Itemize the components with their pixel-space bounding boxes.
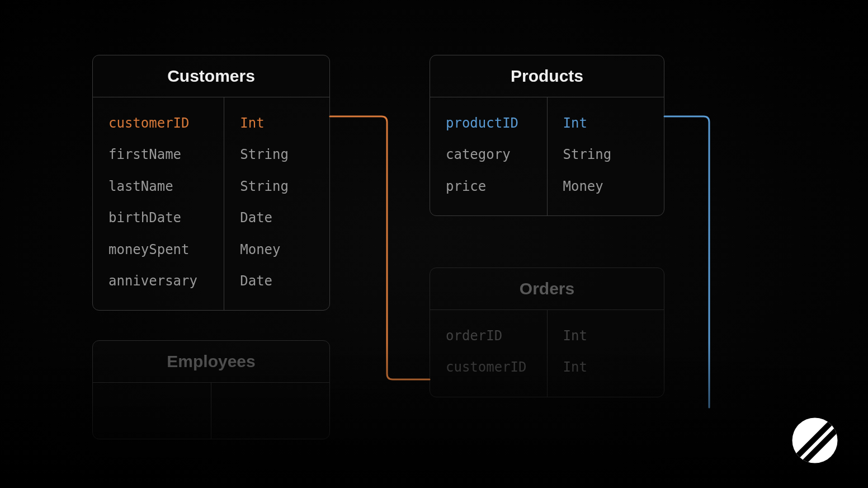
table-products-title: Products bbox=[430, 55, 664, 97]
table-orders: Orders orderID customerID Int Int bbox=[430, 268, 664, 397]
field-type: Money bbox=[240, 234, 314, 265]
field-name: customerID bbox=[108, 107, 208, 139]
field-type: Date bbox=[240, 265, 314, 297]
field-type: String bbox=[240, 171, 314, 202]
field-type: Money bbox=[563, 171, 649, 202]
brand-logo-icon bbox=[790, 415, 840, 466]
schema-diagram: Customers customerID firstName lastName … bbox=[0, 0, 868, 488]
field-name: birthDate bbox=[108, 202, 208, 233]
table-orders-title: Orders bbox=[430, 268, 664, 310]
field-name: customerID bbox=[446, 351, 531, 383]
field-name: productID bbox=[446, 107, 531, 139]
field-name: price bbox=[446, 171, 531, 202]
field-type: String bbox=[240, 139, 314, 170]
table-customers-title: Customers bbox=[93, 55, 329, 97]
field-type: Int bbox=[563, 320, 649, 351]
table-products: Products productID category price Int St… bbox=[430, 55, 664, 216]
field-name: firstName bbox=[108, 139, 208, 170]
field-name: anniversary bbox=[108, 265, 208, 297]
field-type: Date bbox=[240, 202, 314, 233]
field-type: Int bbox=[563, 351, 649, 383]
field-name: orderID bbox=[446, 320, 531, 351]
connector-customers-orders bbox=[330, 116, 430, 385]
field-name: lastName bbox=[108, 171, 208, 202]
field-name: category bbox=[446, 139, 531, 170]
table-employees-title: Employees bbox=[93, 341, 329, 383]
connector-products-orders bbox=[664, 116, 715, 407]
table-customers: Customers customerID firstName lastName … bbox=[92, 55, 330, 311]
table-employees: Employees bbox=[92, 340, 330, 439]
field-type: String bbox=[563, 139, 649, 170]
field-type: Int bbox=[563, 107, 649, 139]
field-type: Int bbox=[240, 107, 314, 139]
field-name: moneySpent bbox=[108, 234, 208, 265]
